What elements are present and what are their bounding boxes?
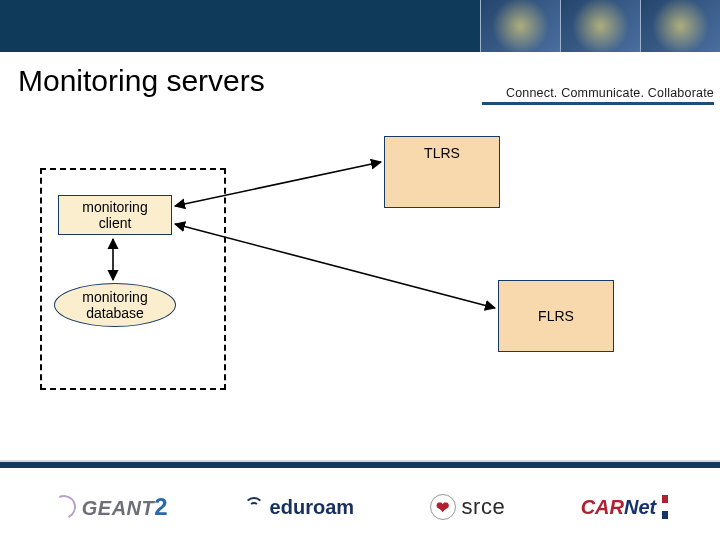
flrs-label: FLRS	[538, 308, 574, 324]
monitoring-client-box: monitoring client	[58, 195, 172, 235]
logo-geant: GEANT2	[52, 493, 168, 521]
wifi-icon	[244, 497, 264, 517]
header-image-1	[480, 0, 560, 52]
eduroam-text: eduroam	[270, 496, 354, 519]
flag-icon	[662, 495, 668, 519]
srce-text: srce	[462, 494, 506, 520]
geant-two: 2	[154, 493, 168, 520]
tlrs-box: TLRS	[384, 136, 500, 208]
header-band	[0, 0, 720, 52]
geant-swirl-icon	[48, 492, 79, 523]
slide: Monitoring servers Connect. Communicate.…	[0, 0, 720, 540]
heart-icon: ❤	[430, 494, 456, 520]
tagline-underline	[482, 102, 714, 105]
logo-srce: ❤ srce	[430, 494, 506, 520]
footer-divider	[0, 462, 720, 468]
header-image-3	[640, 0, 720, 52]
tagline-block: Connect. Communicate. Collaborate	[482, 86, 714, 105]
tlrs-label: TLRS	[424, 145, 460, 161]
flrs-box: FLRS	[498, 280, 614, 352]
monitoring-client-label: monitoring client	[82, 199, 147, 231]
monitoring-database-label: monitoring database	[82, 289, 147, 321]
carnet-car: CAR	[581, 496, 624, 518]
header-decor	[480, 0, 720, 52]
page-title: Monitoring servers	[18, 64, 265, 98]
logo-eduroam: eduroam	[244, 496, 354, 519]
geant-text: GEANT	[82, 497, 155, 519]
logo-carnet: CARNet	[581, 495, 669, 519]
footer-logos: GEANT2 eduroam ❤ srce CARNet	[0, 474, 720, 540]
monitoring-database-ellipse: monitoring database	[54, 283, 176, 327]
carnet-net: Net	[624, 496, 656, 518]
tagline-text: Connect. Communicate. Collaborate	[482, 86, 714, 100]
header-image-2	[560, 0, 640, 52]
